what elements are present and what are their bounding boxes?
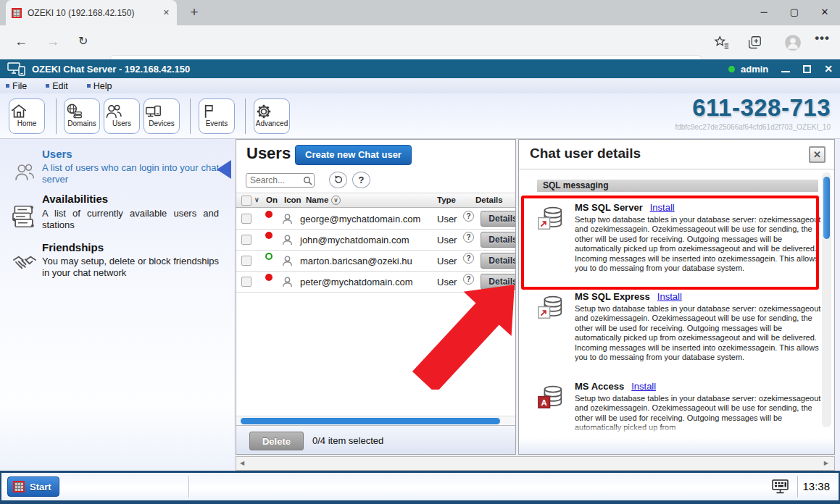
scrollbar-thumb[interactable]: [241, 418, 500, 424]
status-offline-icon: [265, 274, 273, 281]
details-button[interactable]: Details: [481, 211, 516, 227]
row-checkbox[interactable]: [241, 214, 251, 224]
toolbar-advanced-button[interactable]: Advanced: [254, 98, 290, 134]
table-header: ∨ On Icon Name ∨ Type Details: [236, 193, 516, 208]
entry-description: Setup two database tables in your databa…: [575, 304, 821, 362]
install-link[interactable]: Install: [631, 381, 656, 392]
active-item-marker-icon: [217, 160, 231, 179]
app-close-button[interactable]: ✕: [824, 64, 833, 74]
section-header: SQL messaging: [537, 180, 818, 192]
row-checkbox[interactable]: [241, 277, 251, 287]
browser-nav-bar: ← → ↻ https://localhost:9515/Chat+Server…: [0, 25, 840, 59]
user-type: User: [437, 256, 457, 266]
details-button[interactable]: Details: [481, 253, 516, 269]
sidebar-item-users-desc: A list of users who can login into your …: [42, 162, 219, 185]
scroll-right-icon[interactable]: ▶: [824, 460, 828, 466]
sidebar-item-friendships[interactable]: Friendships: [42, 241, 104, 253]
online-status-icon: [728, 66, 735, 72]
browser-close-button[interactable]: ✕: [810, 0, 840, 24]
bullet-icon: [6, 84, 9, 88]
browser-tab[interactable]: OZEKI 10 (192.168.42.150) ✕: [6, 0, 177, 25]
toolbar-events-button[interactable]: Events: [199, 98, 235, 134]
users-icon: [104, 102, 123, 121]
collections-icon[interactable]: [747, 35, 762, 51]
help-circle-icon[interactable]: ?: [463, 211, 474, 222]
phone-number: 611-328-713: [692, 94, 831, 122]
toolbar-separator: [56, 98, 57, 134]
refresh-icon[interactable]: ↻: [78, 34, 88, 48]
menu-file[interactable]: File: [6, 81, 27, 91]
help-button[interactable]: ?: [352, 172, 370, 188]
sidebar-item-users[interactable]: Users: [42, 148, 72, 160]
selection-status: 0/4 item selected: [312, 435, 383, 446]
bullet-icon: [87, 84, 91, 88]
person-icon: [281, 213, 294, 225]
logged-in-user: admin: [741, 64, 768, 75]
bullet-icon: [46, 84, 49, 88]
entry-title: MS AccessInstall: [575, 381, 656, 392]
create-chat-user-button[interactable]: Create new Chat user: [295, 145, 412, 165]
status-offline-icon: [265, 211, 273, 218]
scroll-left-icon[interactable]: ◀: [240, 460, 244, 466]
row-checkbox[interactable]: [241, 235, 251, 245]
install-link[interactable]: Install: [657, 291, 682, 302]
search-icon: [303, 176, 312, 185]
back-icon[interactable]: ←: [14, 34, 28, 49]
domains-icon: [65, 102, 83, 121]
users-icon: [13, 161, 36, 184]
delete-button[interactable]: Delete: [249, 432, 304, 450]
scrollbar-thumb[interactable]: [823, 177, 830, 239]
chevron-down-icon[interactable]: ∨: [254, 196, 259, 203]
row-checkbox[interactable]: [241, 256, 251, 266]
sidebar-item-friendships-desc: You may setup, delete or block friendshi…: [42, 256, 219, 279]
refresh-icon: [333, 175, 344, 185]
person-icon: [281, 234, 294, 246]
status-online-icon: [265, 253, 273, 260]
select-all-checkbox[interactable]: [241, 196, 251, 206]
toolbar-devices-button[interactable]: Devices: [144, 98, 180, 134]
taskbar-separator: [797, 476, 798, 497]
menu-bar: File Edit Help: [0, 78, 840, 93]
friendships-icon: [12, 251, 38, 277]
profile-icon[interactable]: [783, 33, 802, 52]
keyboard-tray-icon[interactable]: [771, 478, 790, 495]
browser-minimize-button[interactable]: ─: [749, 0, 779, 24]
tab-close-icon[interactable]: ✕: [162, 8, 171, 17]
start-button[interactable]: Start: [7, 476, 59, 497]
column-name[interactable]: Name: [306, 196, 328, 204]
new-tab-button[interactable]: +: [184, 1, 204, 23]
sidebar-item-availabilities[interactable]: Availabilities: [42, 193, 108, 205]
browser-maximize-button[interactable]: ▢: [779, 0, 810, 24]
refresh-list-button[interactable]: [329, 172, 347, 188]
horizontal-scrollbar[interactable]: [236, 416, 516, 425]
entry-title: MS SQL ExpressInstall: [575, 291, 682, 302]
sort-chevron-icon[interactable]: ∨: [331, 196, 341, 205]
user-type: User: [437, 214, 457, 224]
app-maximize-button[interactable]: [803, 65, 811, 73]
toolbar-domains-button[interactable]: Domains: [64, 98, 100, 134]
user-name: george@mychatdomain.com: [300, 214, 420, 224]
help-circle-icon[interactable]: ?: [463, 232, 474, 243]
toolbar-home-button[interactable]: Home: [9, 98, 45, 134]
column-on: On: [266, 196, 278, 204]
details-button[interactable]: Details: [481, 232, 516, 248]
menu-edit[interactable]: Edit: [46, 81, 68, 91]
toolbar-separator: [245, 98, 246, 134]
forward-icon[interactable]: →: [46, 34, 59, 49]
person-icon: [281, 276, 294, 288]
vertical-scrollbar[interactable]: [822, 172, 831, 427]
close-icon[interactable]: ✕: [809, 146, 826, 163]
browser-menu-icon[interactable]: •••: [815, 31, 830, 46]
app-minimize-button[interactable]: [781, 71, 790, 72]
toolbar-users-button[interactable]: Users: [104, 98, 140, 134]
app-title-bar: OZEKI Chat Server - 192.168.42.150 admin…: [0, 59, 840, 78]
devices-icon: [144, 102, 163, 121]
menu-help[interactable]: Help: [87, 81, 112, 91]
divider: [519, 169, 835, 169]
favorites-icon[interactable]: [714, 35, 730, 51]
clock: 13:38: [802, 480, 830, 492]
toolbar: Home Domains Users Devices Events Advanc…: [0, 93, 840, 139]
help-circle-icon[interactable]: ?: [463, 253, 474, 264]
bottom-scroll-strip[interactable]: ◀ ▶: [236, 456, 835, 471]
ozeki-logo-icon: [7, 62, 26, 76]
